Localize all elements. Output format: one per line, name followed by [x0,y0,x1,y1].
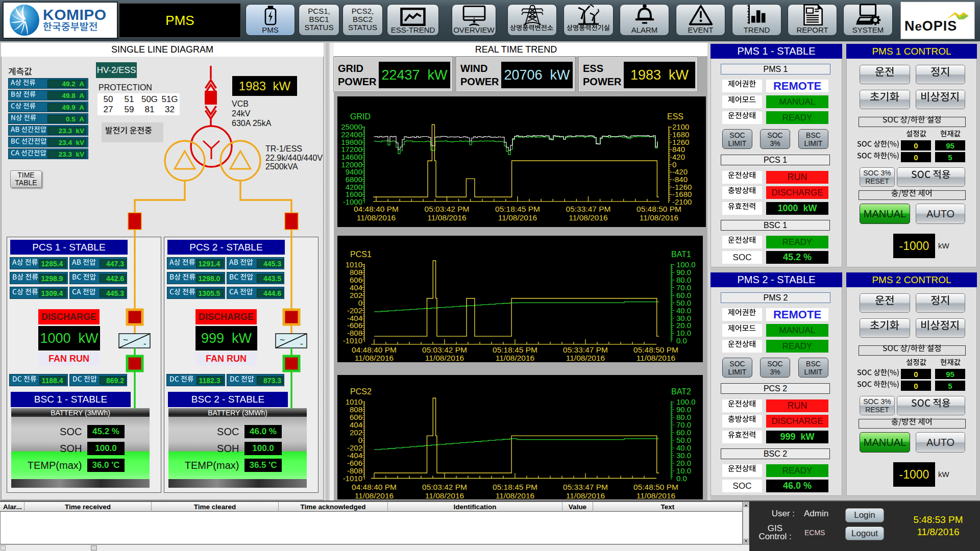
svg-text:11/08/2016: 11/08/2016 [640,213,678,222]
svg-text:11/08/2016: 11/08/2016 [569,213,607,222]
svg-text:05:48:50 PM: 05:48:50 PM [636,205,681,213]
svg-text:05:03:42 PM: 05:03:42 PM [422,345,467,354]
svg-text:ESS: ESS [667,112,683,121]
svg-text:11/08/2016: 11/08/2016 [498,213,537,222]
svg-text:11/08/2016: 11/08/2016 [425,354,464,362]
svg-text:05:18:45 PM: 05:18:45 PM [493,483,537,491]
svg-text:-1010: -1010 [343,474,362,483]
svg-text:05:33:47 PM: 05:33:47 PM [563,483,608,491]
svg-text:NeOPIS: NeOPIS [904,18,957,34]
svg-text:11/08/2016: 11/08/2016 [566,491,605,500]
svg-text:05:48:50 PM: 05:48:50 PM [633,345,678,354]
svg-text:11/08/2016: 11/08/2016 [355,491,394,500]
svg-text:0.0: 0.0 [676,336,687,345]
svg-text:PCS2: PCS2 [350,387,372,396]
svg-text:0.0: 0.0 [676,474,687,483]
svg-text:11/08/2016: 11/08/2016 [357,213,396,222]
svg-text:11/08/2016: 11/08/2016 [355,354,394,362]
svg-text:GRID: GRID [350,112,371,121]
svg-text:11/08/2016: 11/08/2016 [425,491,464,500]
svg-text:BAT1: BAT1 [671,250,691,259]
svg-text:11/08/2016: 11/08/2016 [427,213,466,222]
svg-text:11/08/2016: 11/08/2016 [496,354,534,362]
svg-text:-1010: -1010 [343,336,362,345]
svg-text:BAT2: BAT2 [671,387,691,396]
svg-text:04:48:40 PM: 04:48:40 PM [354,205,399,213]
svg-text:05:48:50 PM: 05:48:50 PM [633,483,678,491]
svg-text:04:48:40 PM: 04:48:40 PM [352,483,397,491]
svg-text:05:33:47 PM: 05:33:47 PM [566,205,611,213]
svg-text:11/08/2016: 11/08/2016 [636,491,675,500]
svg-text:11/08/2016: 11/08/2016 [566,354,605,362]
svg-text:05:33:47 PM: 05:33:47 PM [563,345,608,354]
svg-text:05:18:45 PM: 05:18:45 PM [493,345,537,354]
svg-text:04:48:40 PM: 04:48:40 PM [352,345,397,354]
svg-text:05:03:42 PM: 05:03:42 PM [425,205,470,213]
svg-text:05:03:42 PM: 05:03:42 PM [422,483,467,491]
svg-text:05:18:45 PM: 05:18:45 PM [495,205,540,213]
svg-text:11/08/2016: 11/08/2016 [496,491,534,500]
svg-text:PCS1: PCS1 [350,250,372,259]
svg-text:11/08/2016: 11/08/2016 [636,354,675,362]
